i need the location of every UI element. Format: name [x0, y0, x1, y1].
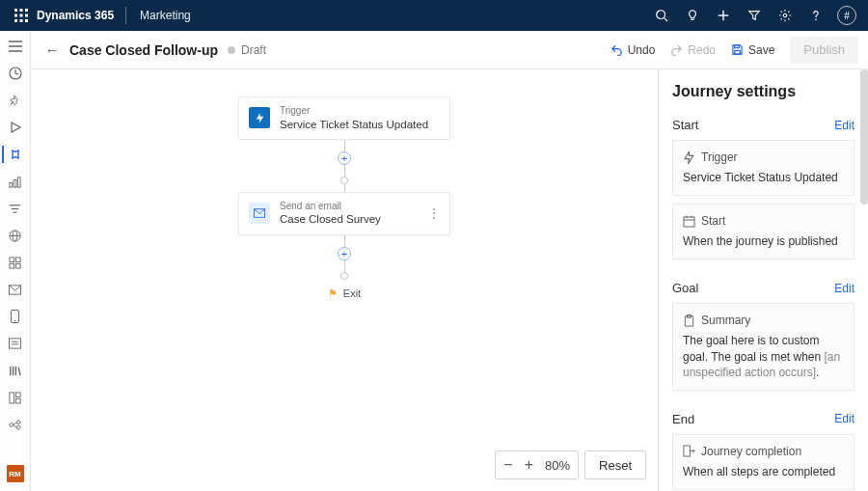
zoom-out-button[interactable]: −	[503, 457, 512, 473]
svg-marker-54	[256, 113, 262, 123]
tile-trigger-value: Service Ticket Status Updated	[683, 170, 844, 185]
svg-point-36	[14, 320, 16, 322]
section-goal-label: Goal	[672, 281, 698, 295]
filter-icon[interactable]	[739, 0, 770, 31]
scrollbar-thumb[interactable]	[860, 69, 868, 205]
summary-text-a: The goal here is to custom goal. The goa…	[683, 334, 825, 363]
svg-rect-6	[14, 19, 17, 22]
add-step-button[interactable]: +	[338, 151, 351, 165]
zoom-percent: 80%	[545, 458, 570, 473]
svg-rect-53	[735, 50, 741, 54]
svg-rect-1	[20, 9, 23, 12]
exit-node[interactable]: ⚑ Exit	[328, 287, 361, 300]
nav-assets-icon[interactable]	[2, 386, 29, 409]
nav-recent-icon[interactable]	[2, 62, 29, 85]
edit-start-link[interactable]: Edit	[834, 119, 854, 132]
exit-icon	[683, 445, 695, 457]
email-card[interactable]: Send an email Case Closed Survey ⋮	[238, 192, 450, 235]
publish-label: Publish	[803, 42, 845, 57]
svg-rect-52	[735, 45, 740, 48]
nav-pin-icon[interactable]	[2, 89, 29, 112]
svg-rect-8	[25, 19, 28, 22]
zoom-reset-button[interactable]: Reset	[584, 450, 646, 479]
status-dot-icon	[228, 46, 235, 54]
brand-divider	[125, 7, 126, 24]
summary-text-b: .	[816, 366, 819, 379]
nav-persona-badge[interactable]: RM	[2, 462, 29, 485]
module-label: Marketing	[140, 9, 191, 22]
svg-line-43	[18, 367, 20, 374]
edit-end-link[interactable]: Edit	[834, 412, 854, 425]
nav-connections-icon[interactable]	[2, 413, 29, 436]
help-icon[interactable]	[800, 0, 831, 31]
svg-rect-2	[25, 9, 28, 12]
global-app-bar: Dynamics 365 Marketing #	[0, 0, 868, 31]
nav-segments-icon[interactable]	[2, 197, 29, 220]
section-start-label: Start	[672, 118, 698, 132]
trigger-card[interactable]: Trigger Service Ticket Status Updated	[238, 96, 450, 140]
connector-line	[344, 260, 345, 272]
nav-globe-icon[interactable]	[2, 224, 29, 247]
avatar-initial: #	[844, 11, 850, 21]
nav-journeys-icon[interactable]	[2, 143, 29, 166]
nav-forms-icon[interactable]	[2, 332, 29, 355]
connector-node-icon	[340, 272, 348, 280]
tile-start-label: Start	[701, 214, 725, 228]
nav-analytics-icon[interactable]	[2, 170, 29, 193]
svg-line-10	[665, 18, 668, 22]
app-launcher-icon[interactable]	[6, 0, 37, 31]
card-menu-icon[interactable]: ⋮	[428, 206, 440, 220]
tile-start: Start When the journey is published	[672, 204, 854, 259]
svg-line-50	[14, 422, 17, 424]
save-button[interactable]: Save	[723, 37, 782, 64]
svg-point-9	[657, 11, 665, 19]
svg-rect-21	[10, 182, 13, 187]
nav-library-icon[interactable]	[2, 359, 29, 382]
redo-label: Redo	[688, 43, 716, 57]
nav-mobile-icon[interactable]	[2, 305, 29, 328]
clipboard-icon	[683, 314, 695, 327]
settings-gear-icon[interactable]	[770, 0, 800, 31]
status-label: Draft	[241, 43, 266, 57]
connector-line	[344, 165, 345, 177]
user-avatar[interactable]: #	[831, 0, 862, 31]
svg-point-14	[783, 14, 787, 17]
trigger-kicker: Trigger	[280, 105, 440, 118]
svg-rect-22	[14, 179, 16, 186]
email-kicker: Send an email	[280, 201, 419, 213]
undo-button[interactable]: Undo	[603, 37, 664, 64]
svg-rect-63	[684, 446, 691, 456]
tile-completion: Journey completion When all steps are co…	[672, 434, 854, 490]
lightbulb-icon[interactable]	[677, 0, 708, 31]
trigger-title: Service Ticket Status Updated	[280, 118, 440, 131]
flag-icon: ⚑	[328, 287, 338, 300]
svg-rect-45	[15, 392, 20, 396]
nav-dashboard-icon[interactable]	[2, 251, 29, 274]
svg-point-49	[16, 425, 20, 429]
journey-settings-panel: Journey settings Start Edit Trigger Serv…	[658, 69, 868, 491]
nav-email-icon[interactable]	[2, 278, 29, 301]
svg-rect-33	[15, 263, 20, 268]
add-icon[interactable]	[708, 0, 739, 31]
svg-rect-46	[15, 398, 20, 403]
save-label: Save	[748, 43, 774, 57]
journey-canvas[interactable]: Trigger Service Ticket Status Updated +	[31, 69, 658, 491]
svg-rect-57	[684, 217, 694, 227]
command-bar: ← Case Closed Follow-up Draft Undo Redo …	[31, 31, 868, 69]
undo-label: Undo	[628, 43, 656, 57]
tile-summary-label: Summary	[701, 314, 750, 327]
connector-line	[344, 235, 345, 247]
redo-button: Redo	[663, 37, 723, 64]
back-button[interactable]: ←	[41, 41, 64, 58]
add-step-button[interactable]: +	[338, 247, 351, 260]
nav-hamburger-icon[interactable]	[2, 35, 29, 58]
svg-rect-5	[25, 14, 28, 17]
nav-play-icon[interactable]	[2, 116, 29, 139]
tile-start-value: When the journey is published	[683, 233, 844, 249]
connector-line	[344, 184, 345, 192]
tile-summary: Summary The goal here is to custom goal.…	[672, 303, 854, 391]
search-icon[interactable]	[646, 0, 677, 31]
zoom-in-button[interactable]: +	[525, 457, 533, 473]
edit-goal-link[interactable]: Edit	[834, 282, 854, 295]
svg-rect-7	[20, 19, 23, 22]
